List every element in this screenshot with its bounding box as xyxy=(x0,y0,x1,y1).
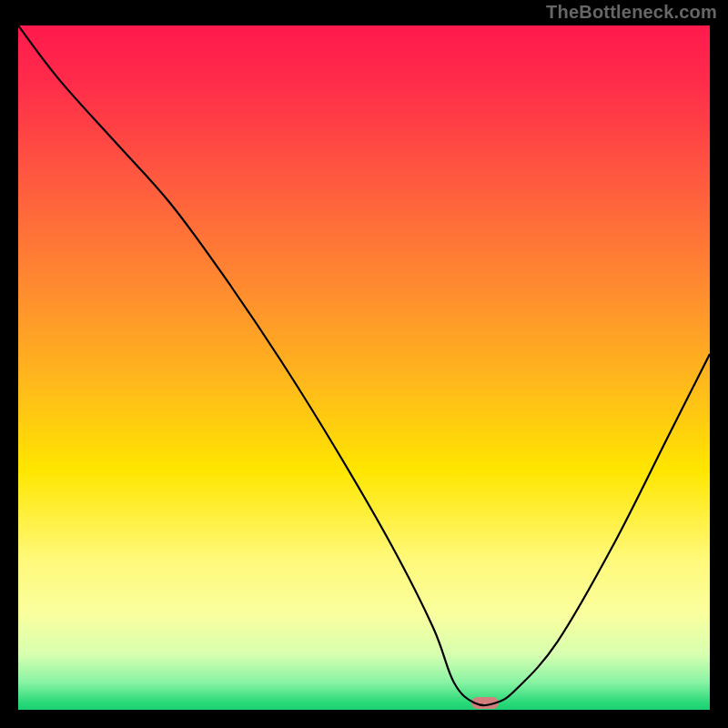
plot-area xyxy=(18,25,710,710)
bottleneck-curve xyxy=(18,25,710,710)
curve-path xyxy=(18,25,710,705)
watermark-text: TheBottleneck.com xyxy=(546,2,717,23)
chart-container: TheBottleneck.com xyxy=(0,0,728,728)
